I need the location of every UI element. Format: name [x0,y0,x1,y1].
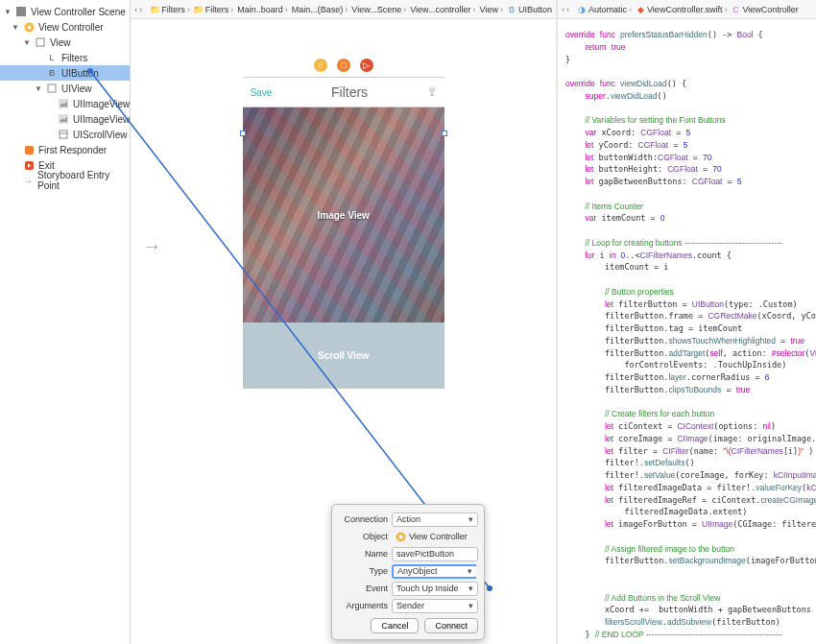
tree-filters-label[interactable]: L Filters [0,50,130,65]
crumb-item[interactable]: 📁Filters› [150,5,190,14]
tree-label: Exit [38,160,55,171]
tree-label: First Responder [38,145,107,155]
tree-label: UIButton [61,68,99,79]
tree-uiimageview2[interactable]: UIImageView [0,111,130,127]
object-label: Object [338,532,388,541]
tree-label: View [50,37,71,48]
nav-arrows[interactable]: ‹ › [562,5,569,14]
event-label: Event [338,584,388,593]
svg-rect-9 [60,131,67,138]
viewcontroller-icon [396,532,406,542]
exit-icon[interactable]: ▷ [360,59,373,72]
crumb-class[interactable]: CViewController [731,5,798,14]
button-icon: B [507,5,516,14]
folder-icon: 📁 [194,5,204,14]
event-dropdown[interactable]: Touch Up Inside [392,582,478,596]
nav-title: Filters [331,84,368,100]
connect-button[interactable]: Connect [424,618,478,633]
breadcrumb-right[interactable]: ‹ › ◑Automatic› ◆ViewController.swift› C… [558,0,816,19]
arguments-label: Arguments [338,601,388,610]
crumb-item[interactable]: Main...(Base)› [292,5,348,14]
device-preview: ○ □ ▷ Save Filters ⇪ Image View Scroll V… [243,54,444,405]
image-view-label: Image View [317,210,369,221]
tree-label: UIScrollView [73,130,128,140]
tree-label: UIView [61,83,92,94]
crumb-file[interactable]: ◆ViewController.swift› [636,5,727,14]
cancel-button[interactable]: Cancel [371,618,419,633]
assistant-editor-panel: ‹ › ◑Automatic› ◆ViewController.swift› C… [556,0,816,644]
chevron-right-icon[interactable]: › [566,5,569,14]
button-icon: B [46,67,58,79]
scroll-view[interactable]: Scroll View [243,322,444,388]
connection-dropdown[interactable]: Action [392,513,478,527]
chevron-right-icon[interactable]: › [139,5,142,14]
type-label: Type [338,566,388,576]
scroll-icon [58,129,69,140]
svg-point-2 [27,25,31,29]
tree-first-responder[interactable]: First Responder [0,142,130,157]
tree-uiview[interactable]: ▼ UIView [0,81,130,96]
scroll-view-label: Scroll View [318,350,369,361]
viewcontroller-icon[interactable]: ○ [314,59,327,72]
tree-scene[interactable]: ▼ View Controller Scene [0,4,130,19]
crumb-item[interactable]: Main..board› [237,5,288,14]
tree-label: Filters [61,53,87,63]
object-field: View Controller [392,530,478,544]
tree-view[interactable]: ▼ View [0,35,130,50]
svg-rect-3 [36,38,44,46]
name-field[interactable]: savePictButton [392,547,478,561]
scene-icon [15,6,27,17]
tab-bar [243,388,444,405]
crumb-mode[interactable]: ◑Automatic› [577,5,632,14]
selection-handle[interactable] [240,131,246,136]
scene-tree: ▼ View Controller Scene ▼ View Controlle… [0,0,130,192]
view-icon [35,36,46,48]
tree-entry-point[interactable]: → Storyboard Entry Point [0,173,130,188]
viewcontroller-icon [23,21,35,33]
svg-rect-0 [16,7,26,16]
tree-vc[interactable]: ▼ View Controller [0,19,130,35]
save-button[interactable]: Save [251,87,273,98]
connection-label: Connection [338,514,388,524]
crumb-item[interactable]: View...Scene› [351,5,406,14]
automatic-icon: ◑ [577,5,587,14]
arguments-dropdown[interactable]: Sender [392,599,478,613]
label-icon: L [46,52,58,63]
folder-icon: 📁 [150,5,159,14]
svg-rect-4 [48,84,56,92]
crumb-item[interactable]: BUIButton [507,5,552,14]
view-icon [46,83,58,94]
tree-label: UIImageView [73,99,130,109]
image-view[interactable]: Image View [243,107,444,322]
share-icon[interactable]: ⇪ [427,85,437,99]
chevron-left-icon[interactable]: ‹ [134,5,137,14]
type-dropdown[interactable]: AnyObject [392,564,478,579]
breadcrumb-left[interactable]: ‹ › 📁Filters› 📁Filters› Main..board› Mai… [131,0,556,19]
crumb-item[interactable]: View› [480,5,503,14]
swift-icon: ◆ [636,5,645,14]
code-editor[interactable]: override func prefersStatusBarHidden() -… [558,19,816,644]
tree-label: UIImageView [73,114,130,125]
scene-top-bar[interactable]: ○ □ ▷ [243,54,444,77]
image-icon [58,113,69,125]
tree-uiscrollview[interactable]: UIScrollView [0,127,130,142]
tree-uiimageview1[interactable]: UIImageView [0,96,130,111]
tree-label: View Controller Scene [31,7,126,17]
class-icon: C [731,5,740,14]
arrow-right-icon: → [23,175,34,186]
selection-handle[interactable] [442,131,447,136]
chevron-left-icon[interactable]: ‹ [562,5,564,14]
crumb-item[interactable]: 📁Filters› [194,5,234,14]
exit-icon [23,159,35,171]
svg-rect-11 [25,146,34,155]
tree-uibutton[interactable]: B UIButton [0,65,130,81]
tree-label: View Controller [38,22,104,33]
crumb-item[interactable]: View...controller› [410,5,475,14]
svg-point-17 [399,535,403,538]
entry-point-arrow-icon: → [142,235,161,257]
nav-arrows[interactable]: ‹ › [134,5,142,14]
first-responder-icon[interactable]: □ [337,59,350,72]
nav-bar: Save Filters ⇪ [243,77,444,107]
document-outline-panel: ▼ View Controller Scene ▼ View Controlle… [0,0,131,644]
connection-popover: Connection Action Object View Controller… [331,504,485,640]
